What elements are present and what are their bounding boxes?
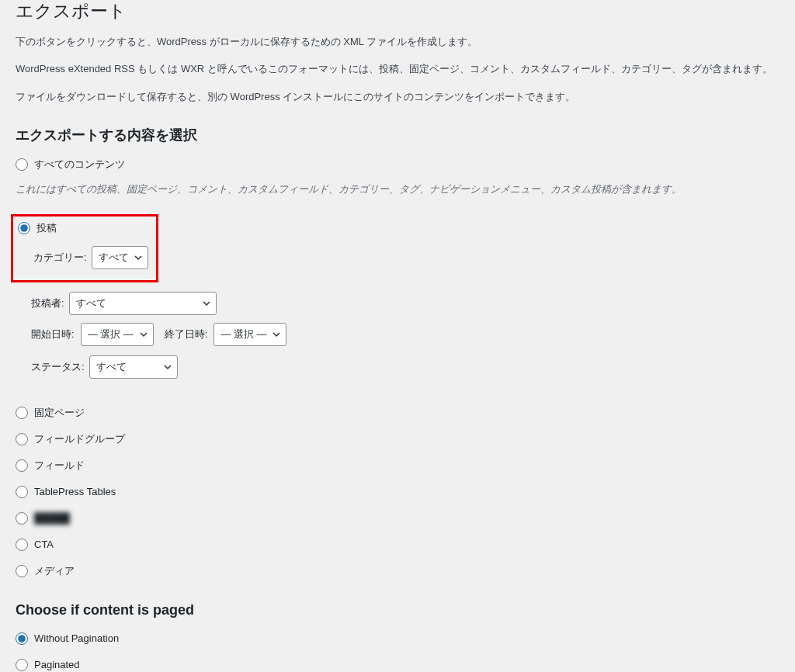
radio-paginated[interactable] <box>16 659 28 671</box>
radio-all-content-label[interactable]: すべてのコンテンツ <box>34 158 125 171</box>
radio-pages-label[interactable]: 固定ページ <box>34 406 85 420</box>
radio-redacted[interactable] <box>16 512 28 525</box>
radio-all-content-row: すべてのコンテンツ <box>16 155 779 174</box>
author-label: 投稿者: <box>31 296 64 310</box>
radio-pages[interactable] <box>16 407 28 419</box>
radio-cta-label[interactable]: CTA <box>34 539 54 550</box>
radio-field-groups-label[interactable]: フィールドグループ <box>34 432 125 446</box>
end-date-select[interactable]: — 選択 — <box>214 323 286 346</box>
radio-field-groups[interactable] <box>16 433 28 445</box>
export-description-3: ファイルをダウンロードして保存すると、別の WordPress インストールにこ… <box>16 89 779 105</box>
export-description-1: 下のボタンをクリックすると、WordPress がローカルに保存するための XM… <box>16 34 779 50</box>
radio-without-pagination[interactable] <box>16 632 28 645</box>
radio-tablepress[interactable] <box>16 486 28 498</box>
status-select[interactable]: すべて <box>89 355 178 379</box>
radio-posts-label[interactable]: 投稿 <box>36 221 57 235</box>
export-description-2: WordPress eXtended RSS もしくは WXR と呼んでいるこの… <box>16 61 779 77</box>
radio-posts[interactable] <box>18 222 30 234</box>
radio-media-label[interactable]: メディア <box>34 564 75 578</box>
category-label: カテゴリー: <box>33 251 87 265</box>
page-title: エクスポート <box>16 0 779 23</box>
radio-redacted-label[interactable]: █████ <box>34 512 70 524</box>
radio-all-content[interactable] <box>16 158 28 171</box>
choose-content-heading: エクスポートする内容を選択 <box>16 126 779 144</box>
start-date-select[interactable]: — 選択 — <box>81 323 154 346</box>
end-date-label: 終了日時: <box>165 327 208 341</box>
radio-paginated-label[interactable]: Paginated <box>34 659 80 670</box>
radio-cta[interactable] <box>16 539 28 551</box>
radio-tablepress-label[interactable]: TablePress Tables <box>34 486 116 497</box>
status-label: ステータス: <box>31 360 85 374</box>
highlight-posts-box: 投稿 カテゴリー: すべて <box>11 214 158 282</box>
author-select[interactable]: すべて <box>69 292 217 315</box>
all-content-note: これにはすべての投稿、固定ページ、コメント、カスタムフィールド、カテゴリー、タグ… <box>16 182 779 197</box>
radio-media[interactable] <box>16 565 28 577</box>
pagination-heading: Choose if content is paged <box>16 602 779 618</box>
radio-without-pagination-label[interactable]: Without Pagination <box>34 632 119 644</box>
radio-fields-label[interactable]: フィールド <box>34 459 85 473</box>
radio-fields[interactable] <box>16 459 28 472</box>
start-date-label: 開始日時: <box>31 327 75 341</box>
category-select[interactable]: すべて <box>92 246 148 269</box>
